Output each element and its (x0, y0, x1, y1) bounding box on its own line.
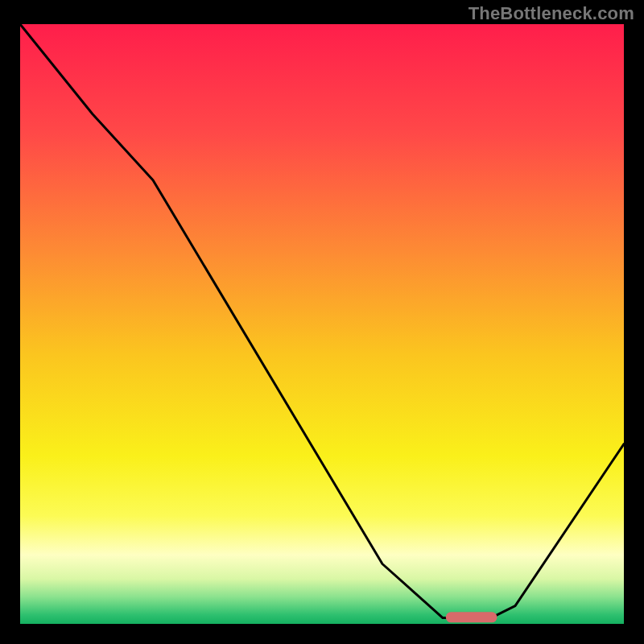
chart-frame: TheBottleneck.com (0, 0, 644, 644)
sweet-spot-marker (446, 612, 497, 622)
chart-svg (20, 24, 624, 624)
plot-area (20, 24, 624, 624)
watermark-text: TheBottleneck.com (469, 3, 634, 24)
gradient-background (20, 24, 624, 624)
